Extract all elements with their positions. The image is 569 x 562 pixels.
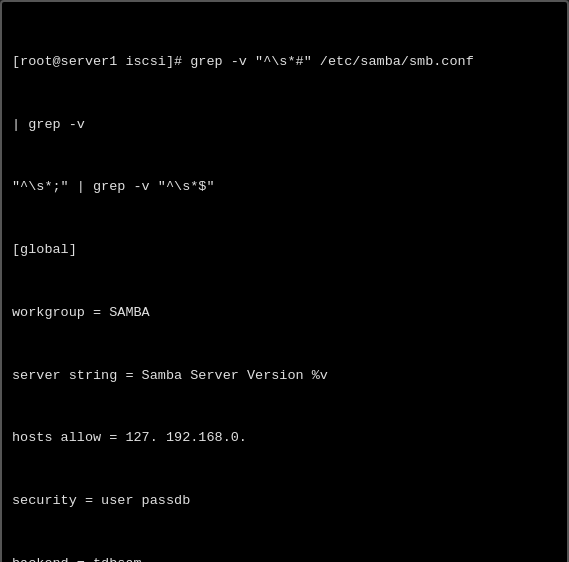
terminal-line-6: server string = Samba Server Version %v	[12, 366, 557, 387]
terminal-line-9: backend = tdbsam	[12, 554, 557, 562]
terminal-line-4: [global]	[12, 240, 557, 261]
terminal-content[interactable]: [root@server1 iscsi]# grep -v "^\s*#" /e…	[2, 2, 567, 562]
terminal-line-3: "^\s*;" | grep -v "^\s*$"	[12, 177, 557, 198]
terminal-line-1: [root@server1 iscsi]# grep -v "^\s*#" /e…	[12, 52, 557, 73]
terminal-line-2: | grep -v	[12, 115, 557, 136]
terminal-line-7: hosts allow = 127. 192.168.0.	[12, 428, 557, 449]
terminal-line-8: security = user passdb	[12, 491, 557, 512]
terminal-line-5: workgroup = SAMBA	[12, 303, 557, 324]
terminal-window: [root@server1 iscsi]# grep -v "^\s*#" /e…	[0, 0, 569, 562]
